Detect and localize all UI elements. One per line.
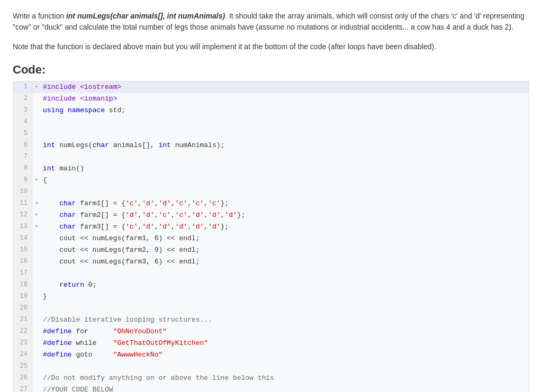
code-token: , [171,222,175,233]
code-token: "OhNoYouDont" [113,326,167,338]
code-line-9: 9▾{ [13,175,529,186]
code-line-7: 7 [13,151,529,163]
line-content [40,303,529,314]
code-token: , [187,198,192,209]
code-token: 'd' [208,222,220,233]
code-token: 'd' [125,210,138,221]
code-token: , [187,222,192,233]
code-line-23: 23#define while "GetThatOutOfMyKitchen" [13,338,529,349]
line-number: 14 [13,233,32,244]
line-number: 5 [13,128,32,140]
line-content: //YOUR_CODE_BELOW [40,384,529,392]
line-arrow [32,338,40,349]
code-token: 'd' [224,210,237,221]
line-content: int numLegs(char animals[], int numAnima… [40,140,529,151]
code-token: "AwwwHeckNo" [113,350,163,361]
line-number: 16 [13,256,32,268]
code-line-13: 13▾ char farm3[] = {'c','d','d','d','d',… [13,221,529,233]
code-token: #define [43,326,72,338]
code-token: }; [237,210,246,221]
line-number: 17 [13,268,32,279]
code-token: while [72,338,113,349]
code-token: 'd' [142,222,154,233]
line-number: 15 [13,244,32,256]
line-number: 24 [13,349,32,361]
line-arrow [32,349,40,361]
code-token: //Do not modify anything on or above the… [43,373,274,384]
code-token: , [138,198,142,209]
code-token: 'c' [192,198,204,209]
code-line-21: 21//Disable iterative looping structures… [13,314,529,326]
line-content: #include <iomanip> [40,93,529,105]
line-number: 26 [13,372,32,384]
code-token: cout << numLegs(farm1, 6) << endl; [43,233,200,244]
line-number: 13 [13,221,32,233]
line-content: char farm3[] = {'c','d','d','d','d','d'}… [40,221,529,233]
line-arrow [32,372,40,384]
line-arrow [32,105,40,116]
code-token: "GetThatOutOfMyKitchen" [113,338,208,349]
description-block: Write a function int numLegs(char animal… [13,11,529,52]
line-arrow [32,314,40,326]
code-token [76,94,80,105]
desc-bold: int numLegs(char animals[], int numAnima… [66,12,225,20]
line-number: 10 [13,186,32,198]
code-line-3: 3using namespace std; [13,105,529,116]
code-token: #include [43,82,76,93]
code-token: 'd' [208,210,220,221]
code-token: 'd' [142,210,154,221]
line-content: cout << numLegs(farm1, 6) << endl; [40,233,529,244]
code-token: , [138,222,142,233]
code-line-19: 19} [13,291,529,303]
line-content [40,361,529,372]
code-line-5: 5 [13,128,529,140]
code-token: 'c' [125,198,138,209]
line-content: { [40,175,529,186]
code-token: } [43,291,47,303]
line-content: char farm1[] = {'c','d','d','c','c','c'}… [40,198,529,209]
code-token: cout << numLegs(farm2, 9) << endl; [43,245,200,256]
line-arrow [32,116,40,128]
code-token: #define [43,338,72,349]
line-number: 3 [13,105,32,116]
line-number: 22 [13,326,32,338]
line-content: //Do not modify anything on or above the… [40,372,529,384]
code-token: 'c' [159,210,171,221]
code-token: 'c' [175,198,187,209]
code-token: 'd' [192,210,204,221]
line-arrow [32,303,40,314]
code-token: int [43,163,55,175]
line-number: 6 [13,140,32,151]
line-number: 20 [13,303,32,314]
code-token [64,105,68,116]
code-line-18: 18 return 0; [13,279,529,291]
line-number: 1 [13,81,32,93]
line-content: #define while "GetThatOutOfMyKitchen" [40,338,529,349]
code-token: farm3[] = { [76,222,125,233]
code-token: //YOUR_CODE_BELOW [43,385,113,392]
code-line-25: 25 [13,361,529,372]
line-number: 23 [13,338,32,349]
code-token: 'd' [159,198,171,209]
line-content: int main() [40,163,529,175]
code-token [76,82,80,93]
code-line-1: 1▾#include <iostream> [13,81,529,93]
line-arrow [32,256,40,268]
desc-prefix: Write a function [13,12,66,20]
code-token: <iostream> [80,82,121,93]
line-arrow [32,93,40,105]
code-token [43,210,59,221]
code-token: std; [105,105,125,116]
code-token: int [158,140,170,151]
line-arrow [32,163,40,175]
code-container: 1▾#include <iostream>2#include <iomanip>… [13,81,529,392]
line-number: 27 [13,384,32,392]
code-line-26: 26//Do not modify anything on or above t… [13,372,529,384]
line-number: 2 [13,93,32,105]
code-token: 'd' [142,198,154,209]
code-token: for [72,326,113,338]
code-line-15: 15 cout << numLegs(farm2, 9) << endl; [13,244,529,256]
code-token: char [59,210,76,221]
line-content [40,128,529,140]
line-content [40,268,529,279]
